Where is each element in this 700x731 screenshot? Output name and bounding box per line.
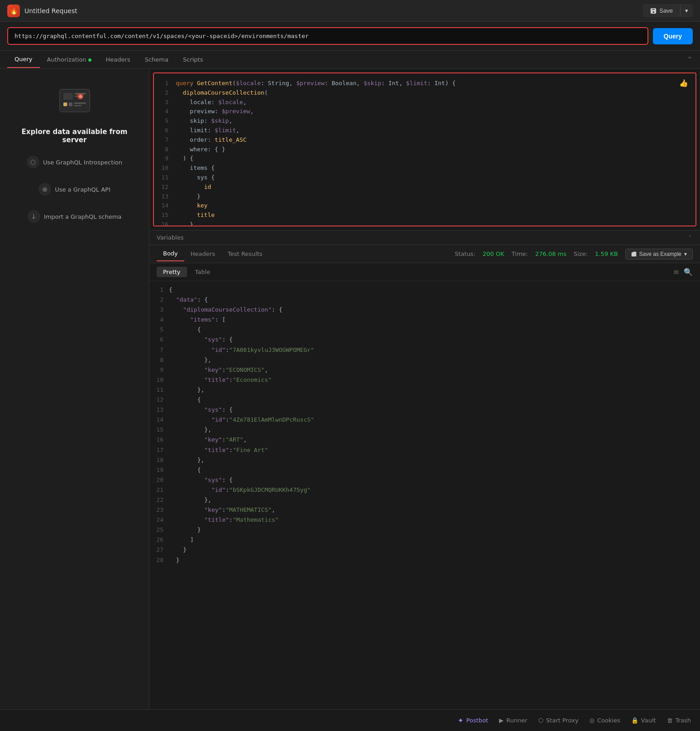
explore-title: Explore data available from server [9,128,140,144]
app-icon: 🔥 [7,5,20,17]
introspection-icon: ⬡ [27,156,39,168]
svg-rect-7 [74,105,82,106]
view-tab-pretty[interactable]: Pretty [157,267,187,277]
json-line: 6 "sys": { [153,335,696,345]
json-line: 11 }, [153,385,696,395]
runner-icon: ▶ [499,717,503,724]
json-line: 3 "diplomaCourseCollection": { [153,305,696,315]
start-proxy-button[interactable]: ⬡ Start Proxy [538,717,579,724]
json-line: 26 ] [153,535,696,545]
trash-label: Trash [676,717,691,724]
query-button[interactable]: Query [653,28,693,44]
json-line: 25 } [153,525,696,535]
response-size: 1.59 KB [595,250,618,257]
view-actions: ≡ 🔍 [673,268,693,276]
code-editor[interactable]: 12345678910111213141516 query GetContent… [153,72,696,226]
tab-schema[interactable]: Schema [138,52,176,67]
request-title: Untitled Request [24,7,77,14]
explore-illustration: ⚙ [52,82,97,119]
title-bar: 🔥 Untitled Request Save ▾ [0,0,700,22]
json-line: 13 "sys": { [153,405,696,415]
graphql-api-action[interactable]: ⊕ Use a GraphQL API [34,180,115,198]
trash-button[interactable]: 🗑 Trash [667,717,691,724]
time-label: Time: [512,250,528,257]
json-line: 10 "title": "Economics" [153,375,696,385]
json-line: 9 "key": "ECONOMICS", [153,365,696,375]
json-line: 24 "title": "Mathematics" [153,515,696,525]
start-proxy-label: Start Proxy [546,717,579,724]
json-line: 7 "id": "7A081kyvluJ3WOGWPOMEGr" [153,345,696,355]
json-line: 18 }, [153,455,696,465]
postbot-button[interactable]: ✦ Postbot [458,717,488,725]
json-line: 20 "sys": { [153,475,696,485]
postbot-label: Postbot [466,717,489,724]
authorization-dot [88,58,91,62]
trash-icon: 🗑 [667,717,673,724]
json-line: 23 "key": "MATHEMATICS", [153,505,696,515]
title-left: 🔥 Untitled Request [7,5,77,17]
main-area: ⚙ Explore data available from server ⬡ U… [0,69,700,709]
tab-scripts[interactable]: Scripts [176,52,210,67]
explore-icon: ⚙ [52,82,97,119]
vault-button[interactable]: 🔒 Vault [631,717,656,724]
variables-collapse-icon[interactable]: ⌃ [688,234,693,241]
line-numbers: 12345678910111213141516 [154,73,172,226]
tab-body[interactable]: Body [157,246,184,261]
runner-button[interactable]: ▶ Runner [499,717,527,724]
tab-authorization[interactable]: Authorization [40,52,99,67]
json-line: 22 }, [153,495,696,505]
svg-rect-5 [68,102,72,106]
json-line: 4 "items": [ [153,315,696,325]
svg-rect-4 [63,102,67,106]
right-panel: 12345678910111213141516 query GetContent… [149,69,700,709]
save-example-icon [631,251,637,257]
status-area: Status: 200 OK Time: 276.08 ms Size: 1.5… [455,249,693,260]
tab-query[interactable]: Query [7,51,40,68]
introspection-action[interactable]: ⬡ Use GraphQL Introspection [22,153,127,171]
api-icon: ⊕ [38,183,51,196]
json-line: 5 { [153,325,696,335]
status-code: 200 OK [483,250,504,257]
view-tabs: Pretty Table ≡ 🔍 [149,263,700,281]
search-icon[interactable]: 🔍 [684,268,693,276]
svg-rect-6 [74,102,86,104]
json-line: 15 }, [153,425,696,435]
save-dropdown-button[interactable]: ▾ [680,4,693,17]
response-time: 276.08 ms [535,250,566,257]
response-tabs: Body Headers Test Results Status: 200 OK… [149,245,700,263]
tabs-row: Query Authorization Headers Schema Scrip… [0,51,700,69]
vault-label: Vault [641,717,656,724]
tab-headers[interactable]: Headers [99,52,138,67]
cookies-icon: ◎ [590,717,595,724]
wrap-icon[interactable]: ≡ [673,268,679,276]
code-content[interactable]: query GetContent($locale: String, $previ… [172,73,459,226]
like-icon[interactable]: 👍 [679,79,688,87]
view-tab-table[interactable]: Table [189,267,217,277]
json-line: 21 "id": "bSKpkGJDCMQRUKKh475yg" [153,485,696,495]
json-line: 14 "id": "4Ze781ElAmMlwnDPcRuscS" [153,415,696,425]
import-schema-action[interactable]: ↓ Import a GraphQL schema [23,207,126,226]
svg-text:⚙: ⚙ [79,94,82,99]
save-btn-group: Save ▾ [643,4,693,17]
bottom-section: Body Headers Test Results Status: 200 OK… [149,245,700,709]
url-bar: Query [0,22,700,51]
save-icon [650,8,657,14]
variables-label: Variables [157,234,183,241]
json-line: 2 "data": { [153,295,696,305]
json-response[interactable]: 1{ 2 "data": { 3 "diplomaCourseCollectio… [149,281,700,709]
tab-response-headers[interactable]: Headers [184,247,221,261]
url-input[interactable] [7,27,648,45]
variables-bar: Variables ⌃ [149,230,700,245]
tab-test-results[interactable]: Test Results [221,247,269,261]
json-line: 12 { [153,395,696,405]
cookies-label: Cookies [597,717,620,724]
bottom-bar: ✦ Postbot ▶ Runner ⬡ Start Proxy ◎ Cooki… [0,709,700,731]
save-button[interactable]: Save [643,4,680,17]
svg-rect-0 [59,89,90,112]
svg-rect-1 [63,93,73,100]
cookies-button[interactable]: ◎ Cookies [590,717,620,724]
status-label: Status: [455,250,475,257]
collapse-tabs-button[interactable]: ⌃ [687,55,693,64]
save-example-arrow: ▾ [684,251,687,257]
save-example-button[interactable]: Save as Example ▾ [625,249,693,260]
